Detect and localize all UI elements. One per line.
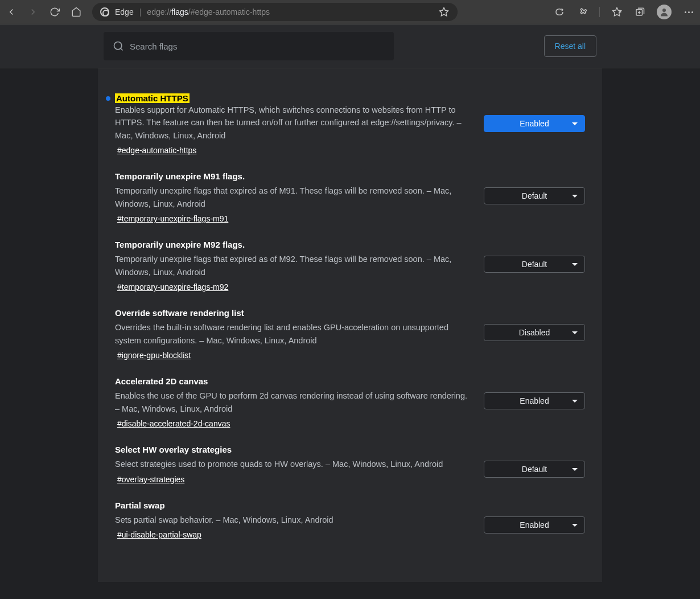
flag-text: Override software rendering listOverride… — [115, 308, 472, 360]
back-icon[interactable] — [6, 6, 17, 18]
flag-row: Partial swapSets partial swap behavior. … — [115, 493, 585, 548]
flag-title: Select HW overlay strategies — [115, 445, 472, 454]
flag-description: Enables support for Automatic HTTPS, whi… — [115, 104, 472, 142]
favorites-icon[interactable] — [611, 6, 623, 18]
flag-row: Automatic HTTPSEnables support for Autom… — [115, 85, 585, 163]
flag-title: Partial swap — [115, 500, 472, 510]
edge-logo-icon — [100, 7, 109, 17]
flag-text: Automatic HTTPSEnables support for Autom… — [115, 93, 472, 155]
flag-text: Accelerated 2D canvasEnables the use of … — [115, 376, 472, 429]
reload-icon[interactable] — [49, 6, 60, 18]
toolbar-separator — [599, 7, 600, 17]
flag-hash-link[interactable]: #temporary-unexpire-flags-m92 — [117, 282, 228, 292]
addr-brand: Edge — [115, 7, 134, 17]
search-icon — [113, 40, 124, 52]
flag-text: Select HW overlay strategiesSelect strat… — [115, 445, 472, 484]
flag-title: Override software rendering list — [115, 308, 472, 318]
flag-value-select[interactable]: Enabled — [484, 115, 585, 132]
flag-description: Enables the use of the GPU to perform 2d… — [115, 389, 472, 415]
modified-dot-icon — [106, 96, 110, 101]
shopping-icon[interactable] — [554, 6, 565, 18]
toolbar-right — [554, 5, 694, 19]
addr-separator: | — [139, 7, 142, 17]
flag-row: Temporarily unexpire M92 flags.Temporari… — [115, 232, 585, 300]
flag-title: Automatic HTTPS — [115, 93, 472, 104]
flag-value-select[interactable]: Default — [484, 461, 585, 478]
extensions-icon[interactable] — [577, 6, 588, 18]
flag-hash-link[interactable]: #edge-automatic-https — [117, 146, 196, 155]
flag-text: Partial swapSets partial swap behavior. … — [115, 500, 472, 540]
reset-all-button[interactable]: Reset all — [544, 35, 596, 57]
search-input[interactable] — [130, 42, 385, 51]
addr-url-host: flags — [171, 7, 188, 17]
addr-url-path: /#edge-automatic-https — [188, 7, 270, 17]
collections-icon[interactable] — [634, 6, 645, 18]
flag-row: Override software rendering listOverride… — [115, 300, 585, 368]
flag-hash-link[interactable]: #overlay-strategies — [117, 475, 184, 484]
addr-url: edge://flags/#edge-automatic-https — [147, 7, 270, 17]
flag-description: Select strategies used to promote quads … — [115, 458, 472, 470]
svg-point-7 — [662, 9, 666, 12]
flag-title-highlight: Automatic HTTPS — [115, 93, 190, 103]
flag-title: Accelerated 2D canvas — [115, 376, 472, 386]
flag-value-select[interactable]: Enabled — [484, 516, 585, 534]
search-flags-box[interactable] — [104, 32, 394, 60]
flag-description: Overrides the built-in software renderin… — [115, 321, 472, 347]
svg-line-9 — [121, 48, 123, 51]
favorite-star-icon[interactable] — [438, 6, 450, 18]
flag-value-select[interactable]: Default — [484, 256, 585, 273]
flag-hash-link[interactable]: #disable-accelerated-2d-canvas — [117, 419, 230, 428]
addr-url-protocol: edge:// — [147, 7, 171, 17]
page-header: Reset all — [0, 24, 700, 68]
flag-description: Temporarily unexpire flags that expired … — [115, 253, 472, 278]
profile-avatar[interactable] — [657, 5, 672, 19]
flags-list: Automatic HTTPSEnables support for Autom… — [98, 68, 602, 582]
flag-description: Temporarily unexpire flags that expired … — [115, 184, 472, 210]
content: Automatic HTTPSEnables support for Autom… — [0, 68, 700, 582]
flag-value-select[interactable]: Enabled — [484, 392, 585, 409]
address-bar[interactable]: Edge | edge://flags/#edge-automatic-http… — [92, 3, 458, 21]
flag-text: Temporarily unexpire M91 flags.Temporari… — [115, 171, 472, 224]
flag-title: Temporarily unexpire M91 flags. — [115, 171, 472, 181]
flag-row: Accelerated 2D canvasEnables the use of … — [115, 368, 585, 437]
flag-hash-link[interactable]: #ignore-gpu-blocklist — [117, 351, 191, 360]
home-icon[interactable] — [71, 6, 82, 18]
flag-text: Temporarily unexpire M92 flags.Temporari… — [115, 240, 472, 292]
svg-point-8 — [114, 42, 122, 50]
browser-toolbar: Edge | edge://flags/#edge-automatic-http… — [0, 0, 700, 24]
flag-row: Select HW overlay strategiesSelect strat… — [115, 437, 585, 492]
flag-row: Temporarily unexpire M91 flags.Temporari… — [115, 163, 585, 232]
flag-hash-link[interactable]: #temporary-unexpire-flags-m91 — [117, 214, 228, 223]
flag-description: Sets partial swap behavior. – Mac, Windo… — [115, 514, 472, 526]
flag-value-select[interactable]: Default — [484, 187, 585, 204]
forward-icon[interactable] — [27, 6, 39, 18]
flag-value-select[interactable]: Disabled — [484, 324, 585, 341]
svg-marker-0 — [440, 8, 448, 16]
more-menu-icon[interactable] — [683, 6, 694, 18]
flag-title: Temporarily unexpire M92 flags. — [115, 240, 472, 249]
flag-hash-link[interactable]: #ui-disable-partial-swap — [117, 530, 201, 539]
